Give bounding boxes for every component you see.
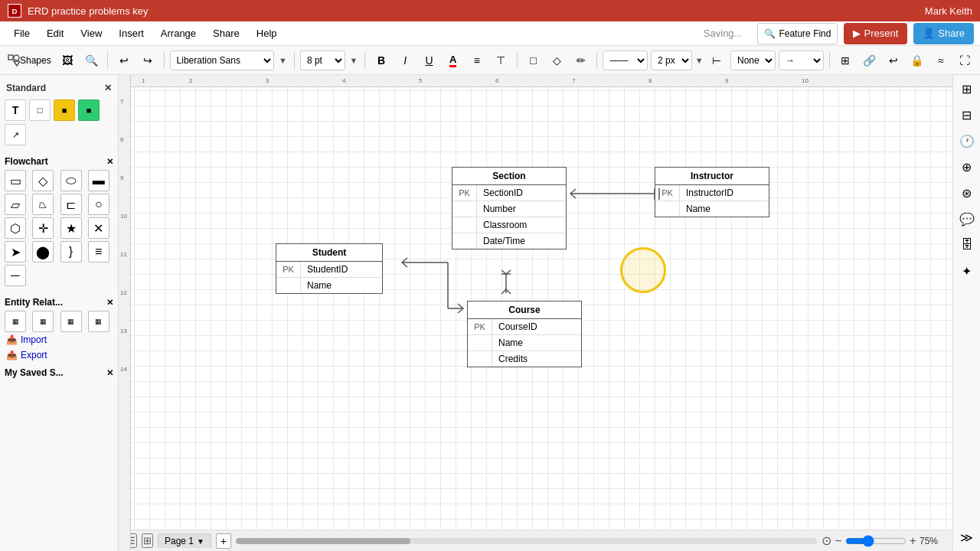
- section-field-1: SectionID: [477, 185, 566, 201]
- shape-trapezoid[interactable]: ⏢: [32, 194, 54, 215]
- student-table[interactable]: Student PK StudentID Name: [276, 243, 383, 294]
- style-button[interactable]: ≈: [931, 50, 952, 71]
- shape-x[interactable]: ✕: [88, 217, 109, 239]
- line-width-select[interactable]: 2 px: [651, 51, 692, 70]
- zoom-in-button[interactable]: +: [910, 534, 916, 548]
- undo2-button[interactable]: ↩: [883, 50, 903, 71]
- present-button[interactable]: ▶ Present: [844, 23, 907, 44]
- table-panel-button[interactable]: ⊟: [956, 104, 978, 126]
- shape-cylinder[interactable]: ⊏: [60, 194, 82, 215]
- zoom-out-button[interactable]: −: [835, 534, 841, 548]
- format-panel-button[interactable]: ⊞: [956, 78, 978, 99]
- chat-panel-button[interactable]: 💬: [956, 208, 978, 230]
- section-pk-1: PK: [452, 185, 477, 201]
- menu-help[interactable]: Help: [249, 24, 285, 42]
- right-panel: ⊞ ⊟ 🕐 ⊕ ⊛ 💬 🗄 ✦ ≫: [952, 75, 980, 551]
- arrow-end-select[interactable]: →: [779, 51, 824, 70]
- fill-color-button[interactable]: ◇: [547, 50, 567, 71]
- instructor-table[interactable]: Instructor PK InstructorID Name: [655, 167, 769, 217]
- page-dropdown-icon[interactable]: ▼: [197, 537, 204, 546]
- saved-close-icon[interactable]: ✕: [106, 368, 113, 378]
- italic-button[interactable]: I: [395, 50, 416, 71]
- shape-arrow-r[interactable]: ➤: [5, 241, 26, 262]
- redo-button[interactable]: ↪: [137, 50, 158, 71]
- font-size-select[interactable]: 8 pt: [300, 51, 345, 70]
- menu-edit[interactable]: Edit: [39, 24, 71, 42]
- menu-share[interactable]: Share: [205, 24, 247, 42]
- feature-find-button[interactable]: 🔍Feature Find: [757, 23, 838, 44]
- text-position-button[interactable]: ⊤: [491, 50, 511, 71]
- entity-table3[interactable]: ▦: [60, 311, 82, 332]
- search-button[interactable]: 🔍: [81, 50, 102, 71]
- entity-table1[interactable]: ▦: [5, 311, 26, 332]
- text-tool[interactable]: T: [5, 99, 26, 121]
- image-button[interactable]: 🖼: [57, 50, 78, 71]
- font-color-button[interactable]: A: [443, 50, 463, 71]
- green-shape[interactable]: ■: [78, 99, 100, 121]
- shape-rect2[interactable]: ▬: [88, 170, 109, 191]
- standard-close-icon[interactable]: ✕: [104, 83, 112, 93]
- shape-brace-l[interactable]: }: [60, 241, 82, 262]
- instructor-row-1: PK InstructorID: [655, 185, 769, 201]
- font-family-select[interactable]: Liberation Sans: [170, 51, 274, 70]
- rect-tool[interactable]: □: [29, 99, 51, 121]
- shape-diamond[interactable]: ◇: [32, 170, 54, 191]
- collapse-right-button[interactable]: ≫: [956, 527, 978, 548]
- link-button[interactable]: 🔗: [859, 50, 880, 71]
- settings-panel-button[interactable]: ✦: [956, 260, 978, 282]
- export-button[interactable]: 📤 Export: [5, 347, 113, 363]
- add-page-button[interactable]: +: [216, 533, 231, 549]
- shape-star[interactable]: ★: [60, 217, 82, 239]
- align-left-button[interactable]: ≡: [466, 50, 487, 71]
- share-button[interactable]: 👤 Share: [913, 23, 974, 44]
- grid-view-button[interactable]: ⊞: [142, 533, 153, 548]
- waypoint-button[interactable]: ⊢: [707, 50, 727, 71]
- entity-close-icon[interactable]: ✕: [106, 298, 113, 308]
- entity-table4[interactable]: ▦: [88, 311, 109, 332]
- section-table[interactable]: Section PK SectionID Number Classroom: [452, 167, 567, 249]
- canvas-area[interactable]: 1 2 3 4 5 6 7 8 9 10 7 8 9 10 11 12 13 1…: [119, 75, 952, 551]
- shape-rect[interactable]: ▭: [5, 170, 26, 191]
- shape-hexagon[interactable]: ⬡: [5, 217, 26, 239]
- bold-button[interactable]: B: [371, 50, 391, 71]
- shape-circle[interactable]: ○: [88, 194, 109, 215]
- tags-panel-button[interactable]: ⊛: [956, 182, 978, 204]
- shapes-button[interactable]: Shapes: [5, 50, 54, 71]
- shape-parallelogram[interactable]: ▱: [5, 194, 26, 215]
- entity-table2[interactable]: ▦: [32, 311, 54, 332]
- instructor-field-1: InstructorID: [680, 185, 769, 201]
- scroll-bar[interactable]: [236, 538, 817, 544]
- layers-panel-button[interactable]: ⊕: [956, 156, 978, 178]
- format-button[interactable]: ⊞: [835, 50, 856, 71]
- shape-lines[interactable]: ≡: [88, 241, 109, 262]
- shape-stadium[interactable]: ⬭: [60, 170, 82, 191]
- yellow-shape[interactable]: ■: [54, 99, 75, 121]
- flowchart-close-icon[interactable]: ✕: [106, 157, 113, 167]
- arrow-start-select[interactable]: None: [730, 51, 776, 70]
- menu-file[interactable]: File: [6, 24, 38, 42]
- menu-arrange[interactable]: Arrange: [153, 24, 204, 42]
- fullscreen-button[interactable]: ⛶: [955, 50, 975, 71]
- fit-button[interactable]: ⊙: [822, 533, 831, 548]
- undo-button[interactable]: ↩: [113, 50, 134, 71]
- shape-fill-button[interactable]: □: [523, 50, 544, 71]
- shape-arrow-l[interactable]: ⬤: [32, 241, 54, 262]
- line-style-select[interactable]: ——: [603, 51, 648, 70]
- shape-cross[interactable]: ✛: [32, 217, 54, 239]
- section-table-header: Section: [452, 168, 566, 185]
- clock-panel-button[interactable]: 🕐: [956, 130, 978, 152]
- arrow-tool[interactable]: ↗: [5, 124, 26, 145]
- menu-insert[interactable]: Insert: [111, 24, 152, 42]
- page-tab[interactable]: Page 1 ▼: [158, 533, 211, 548]
- diagram-canvas[interactable]: Section PK SectionID Number Classroom: [119, 75, 952, 551]
- course-table[interactable]: Course PK CourseID Name Credits: [467, 301, 582, 367]
- line-color-button[interactable]: ✏: [570, 50, 591, 71]
- db-panel-button[interactable]: 🗄: [956, 234, 978, 256]
- underline-button[interactable]: U: [419, 50, 439, 71]
- import-button[interactable]: 📥 Import: [5, 332, 113, 347]
- shape-line[interactable]: ─: [5, 265, 26, 286]
- menu-view[interactable]: View: [73, 24, 109, 42]
- svg-point-3: [14, 55, 19, 60]
- zoom-slider[interactable]: [845, 535, 906, 547]
- lock-button[interactable]: 🔒: [906, 50, 927, 71]
